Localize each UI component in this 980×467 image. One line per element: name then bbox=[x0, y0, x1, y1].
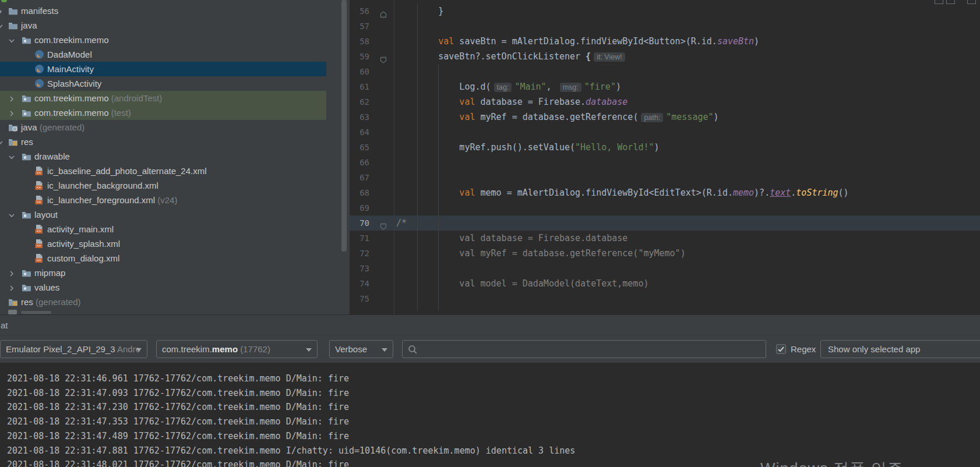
chevron-down-icon[interactable] bbox=[8, 211, 15, 218]
code-line-56[interactable]: 56} bbox=[350, 3, 980, 19]
line-number: 64 bbox=[350, 125, 369, 140]
code-token: memo bbox=[733, 187, 754, 198]
code-text: val database = Firebase.database bbox=[396, 94, 628, 109]
process-selector[interactable]: com.treekim.memo (17762) bbox=[156, 340, 318, 358]
editor-toolbar-icon[interactable] bbox=[946, 0, 955, 4]
log-level-selector[interactable]: Verbose bbox=[329, 340, 393, 358]
tree-item-DadaModel[interactable]: DadaModel bbox=[0, 47, 350, 62]
chevron-right-icon[interactable] bbox=[8, 109, 15, 116]
code-line-73[interactable]: 73 bbox=[350, 261, 980, 276]
code-line-70[interactable]: 70/* bbox=[350, 215, 980, 231]
clipped-app-row-fragment bbox=[1, 0, 7, 2]
code-editor[interactable]: 56}5758val saveBtn = mAlertDialog.findVi… bbox=[350, 0, 980, 314]
project-tree-panel[interactable]: manifestsjavacom.treekim.memoDadaModelMa… bbox=[0, 0, 350, 314]
code-line-57[interactable]: 57 bbox=[350, 19, 980, 34]
log-search-box[interactable] bbox=[402, 340, 766, 358]
code-text: val myRef = database.getReference("myMem… bbox=[396, 246, 686, 261]
chevron-down-icon[interactable] bbox=[8, 153, 15, 160]
tree-item-drawable[interactable]: drawable bbox=[0, 149, 350, 164]
svg-text:<>: <> bbox=[37, 171, 41, 175]
chevron-down-icon bbox=[136, 348, 142, 352]
chevron-right-icon[interactable] bbox=[8, 269, 15, 276]
regex-label[interactable]: Regex bbox=[791, 340, 816, 358]
code-text: } bbox=[396, 3, 443, 19]
tree-item-activity_splash.xml[interactable]: <>activity_splash.xml bbox=[0, 236, 350, 251]
editor-toolbar-icon[interactable] bbox=[967, 0, 976, 4]
tree-scrollbar[interactable] bbox=[341, 0, 347, 252]
tree-item-label: mipmap bbox=[34, 266, 65, 280]
code-text: val memo = mAlertDialog.findViewById<Edi… bbox=[396, 185, 849, 200]
xml-icon: <> bbox=[34, 253, 44, 263]
code-token: , bbox=[547, 82, 557, 92]
code-line-60[interactable]: 60 bbox=[350, 64, 980, 79]
logcat-filter-button[interactable]: Show only selected app bbox=[820, 340, 980, 358]
tree-item-manifests[interactable]: manifests bbox=[0, 3, 350, 18]
code-line-69[interactable]: 69 bbox=[350, 200, 980, 215]
code-token: myRef = database.getReference( bbox=[480, 112, 638, 122]
tree-item-ic_launcher_background.xml[interactable]: <>ic_launcher_background.xml bbox=[0, 178, 350, 193]
tree-item-layout[interactable]: layout bbox=[0, 207, 350, 222]
android-studio-window: manifestsjavacom.treekim.memoDadaModelMa… bbox=[0, 0, 980, 467]
code-line-74[interactable]: 74val model = DadaModel(dateText,memo) bbox=[350, 276, 980, 291]
xml-icon: <> bbox=[34, 224, 44, 234]
chevron-down-icon[interactable] bbox=[0, 22, 3, 29]
package-icon bbox=[22, 282, 31, 292]
fold-marker-icon[interactable] bbox=[380, 53, 387, 60]
tree-item-values[interactable]: values bbox=[0, 280, 350, 295]
line-number: 60 bbox=[350, 64, 369, 79]
tree-item-activity_main.xml[interactable]: <>activity_main.xml bbox=[0, 222, 350, 236]
code-token: database = Firebase. bbox=[480, 97, 586, 107]
code-token: "Hello, World!" bbox=[575, 142, 654, 153]
tree-item-label: ic_launcher_foreground.xml (v24) bbox=[47, 193, 177, 207]
tree-item-MainActivity[interactable]: MainActivity bbox=[0, 62, 350, 76]
windows-activation-watermark: Windows 정품 인증 bbox=[760, 458, 904, 467]
tree-item-label: manifests bbox=[21, 3, 58, 18]
chevron-down-icon[interactable] bbox=[8, 36, 15, 43]
line-number: 57 bbox=[350, 19, 369, 34]
code-line-68[interactable]: 68val memo = mAlertDialog.findViewById<E… bbox=[350, 185, 980, 200]
xml-icon: <> bbox=[34, 181, 44, 190]
log-search-input[interactable] bbox=[421, 342, 762, 358]
tree-item-custom_dialog.xml[interactable]: <>custom_dialog.xml bbox=[0, 251, 350, 266]
tree-item-mipmap[interactable]: mipmap bbox=[0, 266, 350, 280]
tree-item-SplashActivity[interactable]: SplashActivity bbox=[0, 76, 350, 91]
code-line-58[interactable]: 58val saveBtn = mAlertDialog.findViewByI… bbox=[350, 34, 980, 49]
log-line: 2021-08-18 22:31:47.881 17762-17762/com.… bbox=[7, 444, 575, 458]
code-line-59[interactable]: 59saveBtn?.setOnClickListener {it: View! bbox=[350, 49, 980, 64]
fold-marker-icon[interactable] bbox=[380, 8, 387, 15]
code-line-71[interactable]: 71val database = Firebase.database bbox=[350, 231, 980, 246]
code-line-72[interactable]: 72val myRef = database.getReference("myM… bbox=[350, 246, 980, 261]
device-selector[interactable]: Emulator Pixel_2_API_29_3 Andrc bbox=[0, 340, 147, 358]
tree-item-com.treekim.memo[interactable]: com.treekim.memo (androidTest) bbox=[0, 91, 350, 105]
code-line-64[interactable]: 64 bbox=[350, 125, 980, 140]
tree-item-java[interactable]: java (generated) bbox=[0, 120, 350, 135]
code-line-61[interactable]: 61Log.d(tag:"Main", msg:"fire") bbox=[350, 79, 980, 94]
code-token: } bbox=[438, 6, 443, 16]
line-number: 62 bbox=[350, 94, 369, 109]
tree-item-com.treekim.memo[interactable]: com.treekim.memo bbox=[0, 33, 350, 47]
code-line-67[interactable]: 67 bbox=[350, 170, 980, 185]
tree-item-com.treekim.memo[interactable]: com.treekim.memo (test) bbox=[0, 105, 350, 120]
tree-item-res[interactable]: res bbox=[0, 135, 350, 149]
chevron-right-icon[interactable] bbox=[8, 94, 15, 101]
tree-item-ic_baseline_add_photo_alternate_24.xml[interactable]: <>ic_baseline_add_photo_alternate_24.xml bbox=[0, 164, 350, 178]
chevron-right-icon[interactable] bbox=[0, 7, 3, 14]
chevron-right-icon[interactable] bbox=[8, 284, 15, 291]
xml-icon: <> bbox=[34, 195, 44, 205]
tree-item-ic_launcher_foreground.xml[interactable]: <>ic_launcher_foreground.xml (v24) bbox=[0, 193, 350, 207]
code-line-66[interactable]: 66 bbox=[350, 155, 980, 170]
code-line-63[interactable]: 63val myRef = database.getReference(path… bbox=[350, 109, 980, 125]
tree-item-suffix: (generated) bbox=[33, 297, 81, 307]
clipped-tree-row-label bbox=[21, 311, 51, 314]
chevron-down-icon[interactable] bbox=[0, 138, 3, 145]
code-line-62[interactable]: 62val database = Firebase.database bbox=[350, 94, 980, 109]
tree-item-java[interactable]: java bbox=[0, 18, 350, 33]
regex-checkbox[interactable] bbox=[776, 344, 786, 354]
svg-text:<>: <> bbox=[37, 229, 41, 234]
tree-item-res[interactable]: res (generated) bbox=[0, 295, 350, 309]
code-line-65[interactable]: 65myRef.push().setValue("Hello, World!") bbox=[350, 140, 980, 155]
fold-marker-icon[interactable] bbox=[380, 220, 387, 227]
code-line-75[interactable]: 75 bbox=[350, 291, 980, 306]
editor-toolbar-icon[interactable] bbox=[935, 0, 943, 4]
log-output-area[interactable]: 2021-08-18 22:31:46.961 17762-17762/com.… bbox=[0, 363, 980, 467]
